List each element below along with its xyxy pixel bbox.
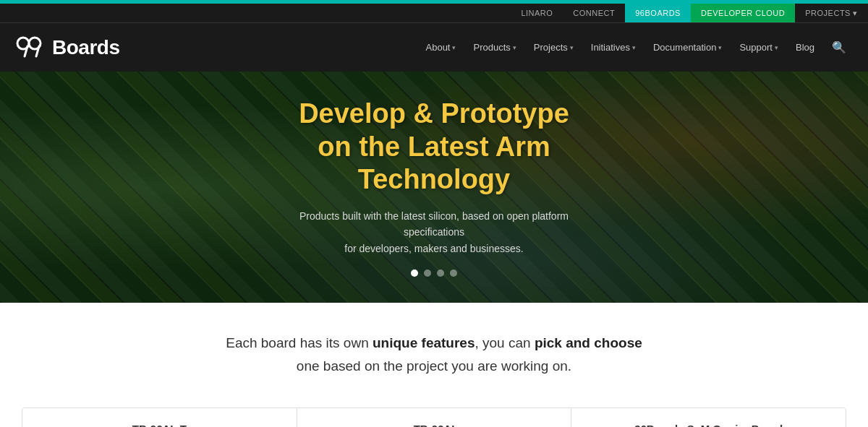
nav-about[interactable]: About ▾ xyxy=(419,38,464,57)
top-bar-96boards[interactable]: 96BOARDS xyxy=(625,4,691,22)
features-section: Each board has its own unique features, … xyxy=(0,303,868,393)
hero-dots xyxy=(411,269,457,277)
hero-content: Develop & Prototypeon the Latest ArmTech… xyxy=(0,72,868,303)
nav-support[interactable]: Support ▾ xyxy=(732,38,786,57)
hero-title: Develop & Prototypeon the Latest ArmTech… xyxy=(299,98,569,197)
features-text: Each board has its own unique features, … xyxy=(14,332,854,379)
product-name-2: TB-96AI xyxy=(414,423,455,427)
logo-link[interactable]: Boards xyxy=(14,32,119,64)
logo-icon xyxy=(14,32,46,64)
top-bar: LINARO CONNECT 96BOARDS DEVELOPER CLOUD … xyxy=(0,4,868,22)
hero-dot-4[interactable] xyxy=(450,269,457,277)
product-name-3: 96Boards SoM Carrier Board xyxy=(634,423,783,427)
about-caret: ▾ xyxy=(452,44,456,51)
products-caret: ▾ xyxy=(513,44,516,51)
product-name-1: TB-96AIoT xyxy=(132,423,187,427)
nav-blog[interactable]: Blog xyxy=(788,38,822,57)
hero-dot-1[interactable] xyxy=(411,269,418,277)
nav-projects[interactable]: Projects ▾ xyxy=(527,38,581,57)
product-card-2: TB-96AI From 119.00 xyxy=(297,408,572,427)
unique-features-highlight: unique features xyxy=(373,335,475,350)
initiatives-caret: ▾ xyxy=(632,44,636,51)
nav-links: About ▾ Products ▾ Projects ▾ Initiative… xyxy=(419,36,854,59)
search-icon[interactable]: 🔍 xyxy=(825,36,854,59)
top-bar-connect[interactable]: CONNECT xyxy=(563,4,625,22)
nav-products[interactable]: Products ▾ xyxy=(466,38,523,57)
products-container: TB-96AIoT From TBC TB-96AI From 119.00 9… xyxy=(22,407,846,427)
top-bar-linaro[interactable]: LINARO xyxy=(511,4,563,22)
nav-initiatives[interactable]: Initiatives ▾ xyxy=(584,38,643,57)
nav-documentation[interactable]: Documentation ▾ xyxy=(646,38,729,57)
hero-subtitle: Products built with the latest silicon, … xyxy=(271,208,597,256)
products-section: TB-96AIoT From TBC TB-96AI From 119.00 9… xyxy=(0,393,868,427)
product-card-3: 96Boards SoM Carrier Board From 125.00 xyxy=(571,408,846,427)
projects-caret: ▾ xyxy=(570,44,574,51)
product-card-1: TB-96AIoT From TBC xyxy=(22,408,297,427)
hero-dot-3[interactable] xyxy=(437,269,444,277)
main-nav: Boards About ▾ Products ▾ Projects ▾ Ini… xyxy=(0,22,868,72)
hero-dot-2[interactable] xyxy=(424,269,431,277)
support-caret: ▾ xyxy=(775,44,778,51)
pick-and-choose-highlight: pick and choose xyxy=(535,335,642,350)
top-bar-projects[interactable]: PROJECTS ▾ xyxy=(795,4,868,22)
logo-text: Boards xyxy=(52,36,119,59)
top-bar-links: LINARO CONNECT 96BOARDS DEVELOPER CLOUD … xyxy=(511,4,868,22)
top-bar-developer-cloud[interactable]: DEVELOPER CLOUD xyxy=(691,4,795,22)
hero-section: Develop & Prototypeon the Latest ArmTech… xyxy=(0,72,868,303)
documentation-caret: ▾ xyxy=(718,44,722,51)
